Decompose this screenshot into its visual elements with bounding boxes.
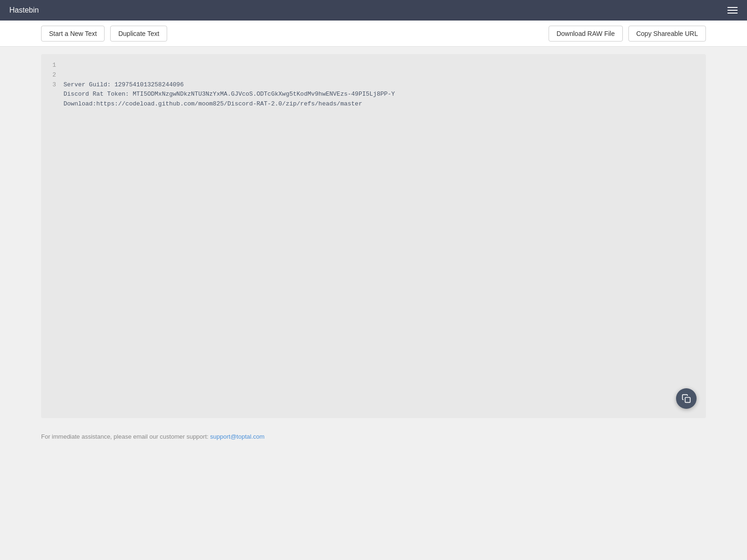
line-numbers: 123 bbox=[41, 54, 60, 418]
editor-container: 123 Server Guild: 1297541013258244096Dis… bbox=[41, 54, 706, 418]
footer-text: For immediate assistance, please email o… bbox=[41, 433, 208, 440]
main-content: 123 Server Guild: 1297541013258244096Dis… bbox=[0, 47, 747, 426]
svg-rect-0 bbox=[685, 398, 691, 403]
duplicate-text-button[interactable]: Duplicate Text bbox=[110, 26, 167, 42]
toolbar-right: Download RAW File Copy Shareable URL bbox=[549, 26, 706, 42]
navbar-brand[interactable]: Hastebin bbox=[9, 6, 39, 14]
line-number: 2 bbox=[48, 70, 56, 80]
editor-float-button[interactable] bbox=[676, 388, 697, 409]
download-raw-button[interactable]: Download RAW File bbox=[549, 26, 623, 42]
start-new-text-button[interactable]: Start a New Text bbox=[41, 26, 105, 42]
line-content: Server Guild: 1297541013258244096 bbox=[63, 80, 699, 90]
editor-content: Server Guild: 1297541013258244096Discord… bbox=[60, 54, 706, 418]
line-content: Discord Rat Token: MTI5ODMxNzgwNDkzNTU3N… bbox=[63, 90, 699, 99]
toolbar: Start a New Text Duplicate Text Download… bbox=[0, 21, 747, 47]
line-number: 3 bbox=[48, 80, 56, 90]
footer-email[interactable]: support@toptal.com bbox=[210, 433, 265, 440]
navbar-menu-button[interactable] bbox=[727, 7, 738, 14]
line-content: Download:https://codeload.github.com/moo… bbox=[63, 99, 699, 109]
copy-shareable-url-button[interactable]: Copy Shareable URL bbox=[628, 26, 706, 42]
toolbar-left: Start a New Text Duplicate Text bbox=[41, 26, 167, 42]
line-number: 1 bbox=[48, 61, 56, 70]
navbar: Hastebin bbox=[0, 0, 747, 21]
footer: For immediate assistance, please email o… bbox=[0, 426, 747, 448]
copy-icon bbox=[682, 394, 691, 403]
